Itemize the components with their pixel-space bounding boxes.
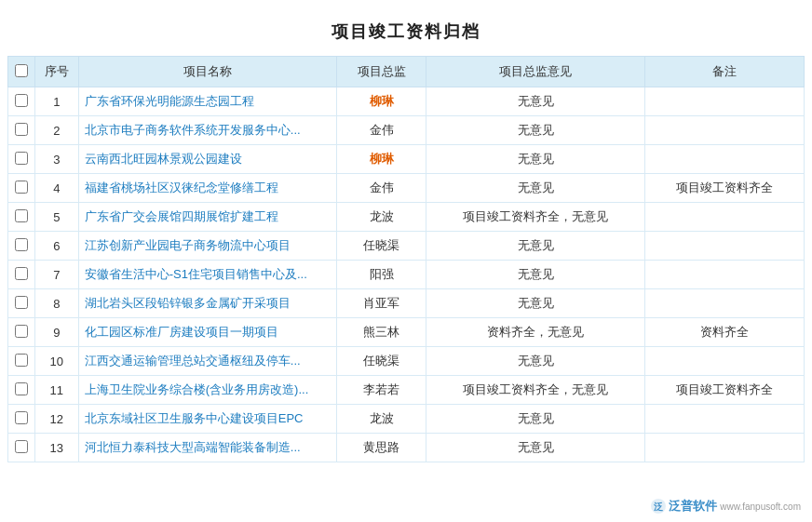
- row-note: [645, 405, 805, 434]
- table-row: 7安徽省生活中心-S1住宅项目销售中心及...阳强无意见: [8, 261, 805, 289]
- watermark-brand: 泛普软件: [669, 498, 717, 515]
- row-note: [645, 87, 805, 116]
- row-checkbox[interactable]: [15, 209, 28, 222]
- header-name: 项目名称: [78, 57, 337, 87]
- row-checkbox-cell: [8, 116, 35, 145]
- row-checkbox-cell: [8, 232, 35, 261]
- header-supervisor: 项目总监: [337, 57, 426, 87]
- row-seq: 6: [34, 232, 78, 261]
- row-supervisor: 肖亚军: [337, 289, 426, 318]
- row-project-name[interactable]: 云南西北旺园林景观公园建设: [78, 145, 337, 174]
- table-container: 序号 项目名称 项目总监 项目总监意见 备注 1广东省环保光明能源生态园工程柳琳…: [0, 56, 812, 462]
- row-project-name[interactable]: 福建省桃场社区汉徕纪念堂修缮工程: [78, 174, 337, 203]
- table-row: 13河北恒力泰科技大型高端智能装备制造...黄思路无意见: [8, 434, 805, 462]
- row-checkbox[interactable]: [15, 94, 28, 107]
- row-seq: 5: [34, 203, 78, 232]
- row-project-name[interactable]: 广东省广交会展馆四期展馆扩建工程: [78, 203, 337, 232]
- table-row: 11上海卫生院业务综合楼(含业务用房改造)...李若若项目竣工资料齐全，无意见项…: [8, 376, 805, 405]
- row-project-name[interactable]: 北京市电子商务软件系统开发服务中心...: [78, 116, 337, 145]
- page-wrapper: 项目竣工资料归档 序号 项目名称 项目总监 项目总监意见 备注 1广东省环保光明…: [0, 0, 812, 522]
- row-note: [645, 289, 805, 318]
- table-row: 10江西交通运输管理总站交通枢纽及停车...任晓渠无意见: [8, 347, 805, 376]
- row-project-name[interactable]: 江西交通运输管理总站交通枢纽及停车...: [78, 347, 337, 376]
- row-supervisor: 柳琳: [337, 87, 426, 116]
- table-row: 2北京市电子商务软件系统开发服务中心...金伟无意见: [8, 116, 805, 145]
- select-all-checkbox[interactable]: [15, 64, 28, 77]
- logo-icon: 泛: [650, 498, 667, 515]
- row-checkbox-cell: [8, 87, 35, 116]
- row-checkbox-cell: [8, 289, 35, 318]
- row-seq: 12: [34, 405, 78, 434]
- row-note: 项目竣工资料齐全: [645, 174, 805, 203]
- row-checkbox[interactable]: [15, 181, 28, 194]
- row-checkbox[interactable]: [15, 267, 28, 280]
- row-supervisor: 任晓渠: [337, 347, 426, 376]
- table-row: 4福建省桃场社区汉徕纪念堂修缮工程金伟无意见项目竣工资料齐全: [8, 174, 805, 203]
- row-checkbox[interactable]: [15, 238, 28, 251]
- row-project-name[interactable]: 湖北岩头区段铅锌银多金属矿开采项目: [78, 289, 337, 318]
- row-supervisor: 熊三林: [337, 318, 426, 347]
- row-seq: 2: [34, 116, 78, 145]
- row-checkbox-cell: [8, 376, 35, 405]
- row-opinion: 无意见: [426, 434, 645, 462]
- header-note: 备注: [645, 57, 805, 87]
- row-seq: 8: [34, 289, 78, 318]
- row-project-name[interactable]: 上海卫生院业务综合楼(含业务用房改造)...: [78, 376, 337, 405]
- header-checkbox-cell: [8, 57, 35, 87]
- row-opinion: 无意见: [426, 289, 645, 318]
- row-checkbox[interactable]: [15, 325, 28, 338]
- row-checkbox[interactable]: [15, 382, 28, 395]
- watermark-url: www.fanpusoft.com: [720, 502, 801, 512]
- row-seq: 11: [34, 376, 78, 405]
- row-seq: 10: [34, 347, 78, 376]
- table-row: 1广东省环保光明能源生态园工程柳琳无意见: [8, 87, 805, 116]
- table-row: 12北京东域社区卫生服务中心建设项目EPC龙波无意见: [8, 405, 805, 434]
- row-checkbox[interactable]: [15, 123, 28, 136]
- row-opinion: 无意见: [426, 261, 645, 289]
- table-header-row: 序号 项目名称 项目总监 项目总监意见 备注: [8, 57, 805, 87]
- row-checkbox[interactable]: [15, 354, 28, 367]
- table-row: 5广东省广交会展馆四期展馆扩建工程龙波项目竣工资料齐全，无意见: [8, 203, 805, 232]
- row-opinion: 资料齐全，无意见: [426, 318, 645, 347]
- row-note: 资料齐全: [645, 318, 805, 347]
- row-opinion: 无意见: [426, 405, 645, 434]
- row-note: [645, 347, 805, 376]
- row-note: [645, 434, 805, 462]
- row-supervisor: 黄思路: [337, 434, 426, 462]
- row-checkbox-cell: [8, 145, 35, 174]
- row-checkbox[interactable]: [15, 440, 28, 453]
- row-opinion: 无意见: [426, 174, 645, 203]
- row-checkbox-cell: [8, 434, 35, 462]
- row-project-name[interactable]: 江苏创新产业园电子商务物流中心项目: [78, 232, 337, 261]
- row-project-name[interactable]: 化工园区标准厂房建设项目一期项目: [78, 318, 337, 347]
- row-project-name[interactable]: 广东省环保光明能源生态园工程: [78, 87, 337, 116]
- table-row: 6江苏创新产业园电子商务物流中心项目任晓渠无意见: [8, 232, 805, 261]
- row-supervisor: 龙波: [337, 203, 426, 232]
- row-supervisor: 柳琳: [337, 145, 426, 174]
- watermark: 泛 泛普软件 www.fanpusoft.com: [650, 498, 801, 515]
- table-body: 1广东省环保光明能源生态园工程柳琳无意见2北京市电子商务软件系统开发服务中心..…: [8, 87, 805, 462]
- row-supervisor: 阳强: [337, 261, 426, 289]
- row-seq: 7: [34, 261, 78, 289]
- row-supervisor: 金伟: [337, 116, 426, 145]
- row-checkbox-cell: [8, 261, 35, 289]
- header-seq: 序号: [34, 57, 78, 87]
- row-project-name[interactable]: 河北恒力泰科技大型高端智能装备制造...: [78, 434, 337, 462]
- row-checkbox[interactable]: [15, 152, 28, 165]
- svg-text:泛: 泛: [654, 502, 664, 512]
- row-opinion: 无意见: [426, 116, 645, 145]
- header-opinion: 项目总监意见: [426, 57, 645, 87]
- row-supervisor: 金伟: [337, 174, 426, 203]
- row-seq: 9: [34, 318, 78, 347]
- row-supervisor: 李若若: [337, 376, 426, 405]
- row-supervisor: 龙波: [337, 405, 426, 434]
- row-project-name[interactable]: 安徽省生活中心-S1住宅项目销售中心及...: [78, 261, 337, 289]
- row-note: [645, 203, 805, 232]
- row-checkbox[interactable]: [15, 296, 28, 309]
- row-checkbox[interactable]: [15, 411, 28, 424]
- row-project-name[interactable]: 北京东域社区卫生服务中心建设项目EPC: [78, 405, 337, 434]
- row-note: [645, 145, 805, 174]
- row-seq: 1: [34, 87, 78, 116]
- row-note: [645, 116, 805, 145]
- row-checkbox-cell: [8, 347, 35, 376]
